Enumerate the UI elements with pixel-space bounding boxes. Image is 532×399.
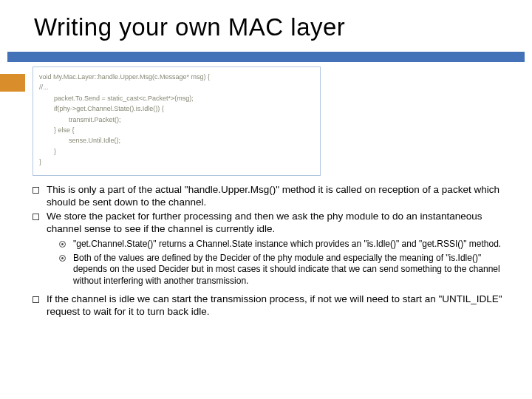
bullet-text: If the channel is idle we can start the … xyxy=(47,293,510,318)
title-underline xyxy=(7,52,525,62)
sub-bullet-item: "get.Channel.State()" returns a Channel.… xyxy=(59,239,510,250)
code-line: } else { xyxy=(39,125,314,135)
bullet-text: We store the packet for further processi… xyxy=(47,210,510,236)
slide-title: Writing your own MAC layer xyxy=(0,0,532,52)
square-bullet-icon xyxy=(33,187,39,194)
code-line: } xyxy=(39,157,314,167)
content-body: This is only a part of the actual "handl… xyxy=(0,176,532,318)
code-line: } xyxy=(39,146,314,157)
circle-bullet-icon xyxy=(59,255,66,262)
code-line: packet.To.Send = static_cast<c.Packet*>(… xyxy=(39,93,314,103)
square-bullet-icon xyxy=(33,296,39,303)
sub-bullet-item: Both of the values are defined by the De… xyxy=(59,253,510,287)
bullet-item: We store the packet for further processi… xyxy=(33,210,510,236)
bullet-item: If the channel is idle we can start the … xyxy=(33,293,510,318)
sub-bullet-text: Both of the values are defined by the De… xyxy=(73,253,510,287)
sub-bullet-text: "get.Channel.State()" returns a Channel.… xyxy=(73,239,501,250)
bullet-item: This is only a part of the actual "handl… xyxy=(33,183,510,209)
code-line: if(phy->get.Channel.State().is.Idle()) { xyxy=(39,103,314,114)
code-line: sense.Until.Idle(); xyxy=(39,135,314,146)
code-line: void My.Mac.Layer::handle.Upper.Msg(c.Me… xyxy=(39,72,314,82)
circle-bullet-icon xyxy=(59,241,66,248)
code-line: transmit.Packet(); xyxy=(39,115,314,125)
bullet-text: This is only a part of the actual "handl… xyxy=(47,183,510,209)
code-line: //... xyxy=(39,82,314,92)
square-bullet-icon xyxy=(33,214,39,220)
code-box: void My.Mac.Layer::handle.Upper.Msg(c.Me… xyxy=(33,66,321,176)
accent-block xyxy=(0,74,25,92)
